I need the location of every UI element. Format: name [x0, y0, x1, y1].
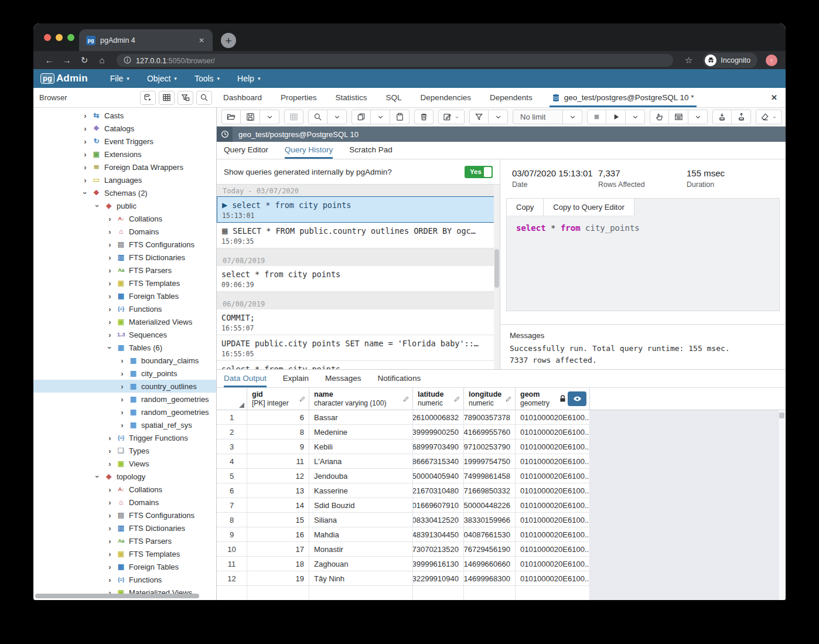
close-window-button[interactable] — [44, 34, 51, 41]
chevron-right-icon[interactable]: › — [106, 241, 114, 248]
tab-close-icon[interactable]: ✕ — [197, 36, 206, 45]
tree-item-random-geometries[interactable]: ›▦random_geometries — [33, 393, 216, 406]
geom-cell[interactable]: 0101000020E6100... — [516, 425, 590, 439]
geom-cell[interactable]: 0101000020E6100... — [516, 557, 590, 571]
name-cell[interactable]: Kasserine — [309, 483, 413, 498]
geom-cell[interactable]: 0101000020E6100... — [516, 439, 590, 454]
grid-vertical-scrollbar-thumb[interactable] — [779, 413, 784, 418]
save-file-button[interactable] — [241, 110, 260, 124]
edit-options-button[interactable] — [438, 110, 465, 124]
history-scrollbar-thumb[interactable] — [494, 249, 499, 288]
name-cell[interactable]: Kebili — [309, 439, 413, 454]
chevron-right-icon[interactable]: › — [106, 267, 114, 274]
tree-item-fts-dictionaries[interactable]: ›▥FTS Dictionaries — [33, 522, 216, 534]
chevron-right-icon[interactable]: › — [81, 176, 89, 184]
forward-icon[interactable]: → — [59, 55, 74, 65]
chevron-right-icon[interactable]: › — [106, 537, 114, 545]
chevron-right-icon[interactable]: › — [81, 163, 89, 171]
tab-dashboard[interactable]: Dashboard — [221, 93, 264, 107]
tree-item-sequences[interactable]: ›1..3Sequences — [33, 328, 216, 341]
history-item[interactable]: COMMIT;16:55:07 — [217, 309, 500, 335]
copy-options-chevron-button[interactable] — [371, 110, 390, 124]
chevron-right-icon[interactable]: › — [106, 524, 114, 532]
chevron-right-icon[interactable]: › — [106, 331, 114, 339]
row-number-cell[interactable]: 6 — [217, 483, 247, 498]
latitude-cell[interactable]: .08330412520 — [413, 513, 464, 527]
row-number-cell[interactable]: 9 — [217, 527, 247, 542]
chevron-down-icon[interactable]: › — [106, 344, 114, 352]
longitude-cell[interactable]: 0.76729456190 — [464, 542, 516, 557]
name-cell[interactable]: L'Ariana — [309, 454, 413, 469]
longitude-cell[interactable]: 8.71669850332 — [464, 483, 516, 498]
name-cell[interactable]: Zaghouan — [309, 557, 413, 571]
chevron-right-icon[interactable]: › — [81, 125, 89, 132]
limit-chevron-button[interactable] — [563, 110, 582, 124]
execute-button[interactable] — [606, 110, 626, 124]
copy-to-query-editor-button[interactable]: Copy to Query Editor — [544, 199, 634, 216]
history-item[interactable]: select * from city_points — [217, 361, 500, 369]
tree-item-schemas-2[interactable]: ›❖Schemas (2) — [33, 186, 216, 199]
row-number-cell[interactable]: 3 — [217, 439, 247, 454]
tree-item-materialized-views[interactable]: ›▣Materialized Views — [33, 315, 216, 328]
tree-item-catalogs[interactable]: ›❖Catalogs — [33, 122, 216, 135]
menu-object[interactable]: Object▾ — [147, 74, 177, 83]
edit-column-icon[interactable] — [505, 396, 512, 403]
history-item[interactable]: ▶select * from city_points15:13:01 — [217, 196, 500, 223]
chevron-right-icon[interactable]: › — [106, 215, 114, 223]
tree-item-fts-templates[interactable]: ›▣FTS Templates — [33, 547, 216, 560]
tab-sql[interactable]: SQL — [384, 93, 404, 107]
tree-item-spatial-ref-sys[interactable]: ›▦spatial_ref_sys — [33, 418, 216, 431]
tree-item-fts-parsers[interactable]: ›AaFTS Parsers — [33, 534, 216, 547]
filter-options-chevron-button[interactable] — [489, 110, 508, 124]
name-cell[interactable]: Siliana — [309, 513, 413, 527]
chevron-right-icon[interactable]: › — [106, 486, 114, 493]
chevron-right-icon[interactable]: › — [118, 357, 126, 364]
geom-cell[interactable]: 0101000020E6100... — [516, 469, 590, 483]
row-number-cell[interactable]: 10 — [217, 542, 247, 557]
grid-column-header-geom[interactable]: geomgeometry — [516, 388, 590, 410]
tab-data-output[interactable]: Data Output — [224, 374, 267, 387]
tree-item-extensions[interactable]: ›▣Extensions — [33, 148, 216, 161]
dependencies-grid-button[interactable] — [159, 91, 175, 105]
maximize-window-button[interactable] — [67, 34, 74, 41]
tree-item-fts-parsers[interactable]: ›AaFTS Parsers — [33, 264, 216, 277]
geom-cell[interactable]: 0101000020E6100... — [516, 542, 590, 557]
gid-cell[interactable]: 11 — [247, 454, 309, 469]
chevron-right-icon[interactable]: › — [106, 292, 114, 300]
row-number-cell[interactable]: 7 — [217, 498, 247, 513]
latitude-cell[interactable]: .50000405940 — [413, 469, 464, 483]
gid-cell[interactable]: 14 — [247, 498, 309, 513]
tree-item-trigger-functions[interactable]: ›{≡}Trigger Functions — [33, 431, 216, 444]
find-options-chevron-button[interactable] — [327, 110, 347, 124]
tab-messages[interactable]: Messages — [325, 374, 361, 387]
gid-cell[interactable]: 16 — [247, 527, 309, 542]
chevron-right-icon[interactable]: › — [81, 112, 89, 120]
tree-item-foreign-data-wrappers[interactable]: ›≋Foreign Data Wrappers — [33, 161, 216, 173]
tree-item-random-geometries[interactable]: ›▦random_geometries — [33, 406, 216, 418]
geom-cell[interactable]: 0101000020E6100... — [516, 571, 590, 586]
tree-item-country-outlines[interactable]: ›▦country_outlines — [33, 380, 216, 393]
chevron-down-icon[interactable]: › — [81, 189, 89, 197]
latitude-cell[interactable]: .48391304450 — [413, 527, 464, 542]
longitude-cell[interactable]: 6.14699968300 — [464, 571, 516, 586]
latitude-cell[interactable]: .26100006832 — [413, 410, 464, 425]
chevron-right-icon[interactable]: › — [106, 499, 114, 506]
latitude-cell[interactable]: .39999616130 — [413, 557, 464, 571]
row-number-cell[interactable]: 1 — [217, 410, 247, 425]
tree-item-foreign-tables[interactable]: ›▦Foreign Tables — [33, 560, 216, 573]
chevron-right-icon[interactable]: › — [106, 254, 114, 261]
tree-item-functions[interactable]: ›{≡}Functions — [33, 302, 216, 315]
row-number-cell[interactable]: 4 — [217, 454, 247, 469]
tree-item-collations[interactable]: ›A↓Collations — [33, 212, 216, 225]
longitude-cell[interactable]: 8.97100253790 — [464, 439, 516, 454]
name-cell[interactable]: Monastir — [309, 542, 413, 557]
refresh-tree-button[interactable] — [140, 91, 156, 105]
gid-cell[interactable]: 12 — [247, 469, 309, 483]
history-item[interactable]: select * from city_points09:06:39 — [217, 266, 500, 292]
history-item[interactable]: ▦SELECT * FROM public.country_outlines O… — [217, 223, 500, 248]
execute-options-chevron-button[interactable] — [626, 110, 645, 124]
longitude-cell[interactable]: 9.38330159966 — [464, 513, 516, 527]
filter-tree-button[interactable] — [178, 91, 193, 105]
tree-horizontal-scrollbar[interactable] — [35, 594, 199, 598]
chevron-right-icon[interactable]: › — [106, 512, 114, 519]
